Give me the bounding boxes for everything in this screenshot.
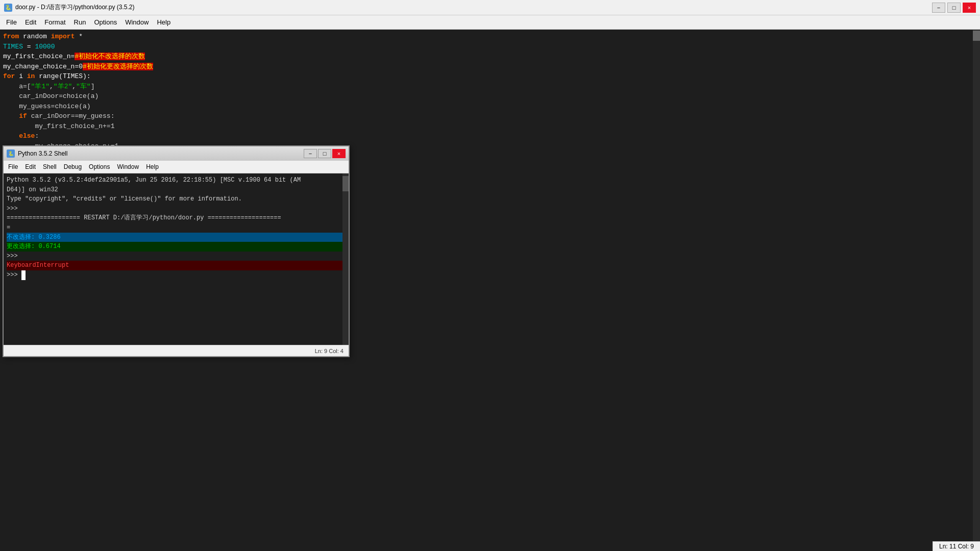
editor-menu-format[interactable]: Format (40, 17, 69, 28)
shell-maximize-btn[interactable]: □ (318, 149, 331, 158)
code-line-1: from random import * (3, 32, 977, 42)
shell-menu-debug[interactable]: Debug (60, 162, 85, 171)
editor-status-text: Ln: 11 Col: 9 (939, 543, 974, 550)
editor-close-btn[interactable]: × (963, 3, 976, 13)
shell-result2: 更改选择: 0.6714 (7, 242, 346, 252)
shell-restart-line: ==================== RESTART D:/语言学习/pyt… (7, 213, 346, 223)
shell-cursor (21, 270, 26, 280)
code-line-8: my_guess=choice(a) (3, 102, 977, 112)
editor-title-bar: 🐍 door.py - D:/语言学习/python/door.py (3.5.… (0, 0, 980, 15)
code-line-3: my_first_choice_n=#初始化不改选择的次数 (3, 52, 977, 62)
editor-icon: 🐍 (4, 4, 12, 12)
code-line-10: my_first_choice_n+=1 (3, 121, 977, 132)
code-line-6: a=["羊1","羊2","车"] (3, 82, 977, 92)
shell-prompt1: >>> (7, 204, 346, 214)
editor-status-bar: Ln: 11 Col: 9 (933, 541, 980, 551)
editor-window-controls: − □ × (932, 3, 976, 13)
editor-menu-run[interactable]: Run (70, 17, 90, 28)
shell-python-version: Python 3.5.2 (v3.5.2:4def2a2901a5, Jun 2… (7, 176, 346, 185)
editor-menu-file[interactable]: File (2, 17, 21, 28)
code-line-5: for i in range(TIMES): (3, 71, 977, 82)
code-line-11: else: (3, 131, 977, 141)
shell-icon: 🐍 (7, 149, 15, 158)
code-line-7: car_inDoor=choice(a) (3, 91, 977, 102)
shell-menu-window[interactable]: Window (113, 162, 142, 171)
shell-menu-edit[interactable]: Edit (21, 162, 39, 171)
shell-menu-shell[interactable]: Shell (39, 162, 60, 171)
editor-menu-help[interactable]: Help (153, 17, 175, 28)
shell-window: 🐍 Python 3.5.2 Shell − □ × File Edit She… (3, 145, 350, 357)
editor-menu-window[interactable]: Window (121, 17, 153, 28)
code-line-9: if car_inDoor==my_guess: (3, 111, 977, 121)
shell-result1: 不改选择: 0.3286 (7, 233, 346, 242)
editor-title: door.py - D:/语言学习/python/door.py (3.5.2) (15, 3, 929, 12)
shell-prompt4: >>> (7, 270, 346, 280)
shell-minimize-btn[interactable]: − (304, 149, 317, 158)
code-line-2: TIMES = 10000 (3, 42, 977, 52)
shell-title: Python 3.5.2 Shell (18, 150, 301, 157)
shell-status-text: Ln: 9 Col: 4 (315, 348, 344, 354)
shell-close-btn[interactable]: × (332, 149, 346, 158)
shell-content-area[interactable]: Python 3.5.2 (v3.5.2:4def2a2901a5, Jun 2… (4, 173, 349, 345)
shell-scrollbar-thumb[interactable] (342, 176, 349, 191)
shell-title-bar: 🐍 Python 3.5.2 Shell − □ × (4, 146, 349, 161)
shell-menu-bar: File Edit Shell Debug Options Window Hel… (4, 161, 349, 173)
shell-info: Type "copyright", "credits" or "license(… (7, 194, 346, 204)
shell-menu-options[interactable]: Options (85, 162, 113, 171)
editor-menu-edit[interactable]: Edit (21, 17, 40, 28)
editor-minimize-btn[interactable]: − (932, 3, 945, 13)
editor-menu-bar: File Edit Format Run Options Window Help (0, 15, 980, 30)
shell-scrollbar[interactable] (342, 173, 349, 345)
shell-equals-line: = (7, 223, 346, 233)
shell-menu-file[interactable]: File (5, 162, 21, 171)
editor-menu-options[interactable]: Options (90, 17, 121, 28)
shell-menu-help[interactable]: Help (142, 162, 162, 171)
shell-prompt3: >>> (7, 252, 346, 261)
shell-error: KeyboardInterrupt (7, 261, 346, 270)
code-line-4: my_change_choice_n=0#初始化更改选择的次数 (3, 62, 977, 72)
shell-platform: D64)] on win32 (7, 185, 346, 195)
shell-window-controls: − □ × (304, 149, 346, 158)
editor-scrollbar-thumb[interactable] (973, 31, 980, 41)
shell-status-bar: Ln: 9 Col: 4 (4, 345, 349, 356)
editor-scrollbar[interactable] (973, 30, 980, 551)
editor-maximize-btn[interactable]: □ (947, 3, 961, 13)
